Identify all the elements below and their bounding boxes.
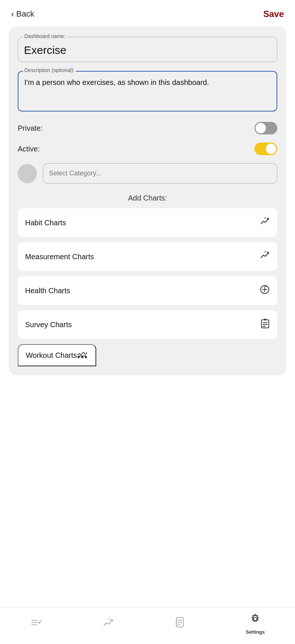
description-input[interactable]: I'm a person who exercises, as shown in … — [18, 71, 277, 112]
habit-charts-icon — [260, 216, 270, 229]
survey-charts-button[interactable]: Survey Charts — [18, 310, 277, 339]
journal-nav-icon — [175, 617, 185, 631]
workout-charts-icon — [77, 350, 88, 361]
dashboard-name-group: Dashboard name: — [18, 37, 277, 62]
description-label: Description (optional): — [23, 67, 76, 73]
measurement-charts-button[interactable]: Measurement Charts — [18, 242, 277, 271]
dashboard-name-label: Dashboard name: — [23, 33, 67, 39]
private-row: Private: — [18, 122, 277, 134]
active-toggle[interactable] — [254, 143, 277, 155]
back-chevron-icon: ‹ — [11, 9, 14, 19]
charts-nav-button[interactable] — [103, 617, 114, 630]
bottom-nav: Settings — [0, 607, 295, 644]
header: ‹ Back Save — [0, 0, 295, 27]
add-charts-title: Add Charts: — [18, 194, 277, 202]
main-card: Dashboard name: Description (optional): … — [9, 27, 286, 375]
habits-nav-button[interactable] — [30, 617, 42, 630]
save-button[interactable]: Save — [263, 9, 284, 19]
health-charts-button[interactable]: Health Charts — [18, 276, 277, 305]
measurement-charts-icon — [260, 250, 270, 263]
description-group: Description (optional): I'm a person who… — [18, 71, 277, 113]
habit-charts-label: Habit Charts — [25, 219, 66, 227]
private-toggle[interactable] — [254, 122, 277, 134]
active-label: Active: — [18, 145, 40, 153]
habits-nav-icon — [30, 617, 42, 630]
svg-rect-2 — [264, 319, 266, 321]
category-input[interactable] — [43, 163, 277, 184]
journal-nav-button[interactable] — [175, 617, 185, 631]
svg-rect-14 — [177, 617, 183, 627]
settings-nav-button[interactable]: Settings — [246, 613, 265, 635]
private-toggle-knob — [256, 123, 266, 133]
active-toggle-knob — [266, 144, 276, 154]
health-charts-icon — [260, 284, 270, 297]
health-charts-label: Health Charts — [25, 287, 70, 295]
settings-nav-label: Settings — [246, 629, 265, 635]
category-color-circle[interactable] — [18, 164, 37, 183]
charts-nav-icon — [103, 617, 114, 630]
workout-charts-button[interactable]: Workout Charts — [18, 344, 96, 366]
settings-nav-icon — [249, 613, 261, 628]
dashboard-name-input[interactable] — [18, 37, 277, 62]
survey-charts-icon — [260, 318, 270, 331]
category-row — [18, 163, 277, 184]
survey-charts-label: Survey Charts — [25, 321, 72, 329]
back-label: Back — [16, 9, 34, 19]
measurement-charts-label: Measurement Charts — [25, 253, 94, 261]
habit-charts-button[interactable]: Habit Charts — [18, 208, 277, 237]
back-button[interactable]: ‹ Back — [11, 9, 34, 19]
workout-charts-label: Workout Charts — [26, 351, 77, 360]
private-label: Private: — [18, 124, 43, 133]
active-row: Active: — [18, 143, 277, 155]
svg-rect-18 — [176, 618, 177, 626]
